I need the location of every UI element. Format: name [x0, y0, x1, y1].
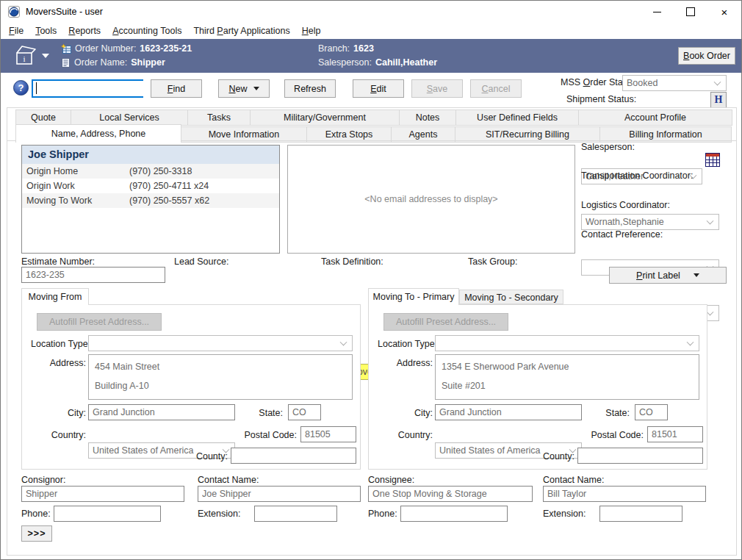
- title-bar: MoversSuite - user ×: [1, 1, 741, 23]
- shipment-status-label: Shipment Status:: [566, 94, 636, 104]
- consignee-label: Consignee:: [368, 475, 414, 485]
- tab-local-services[interactable]: Local Services: [71, 110, 188, 126]
- order-number-label: Order Number:: [75, 42, 136, 56]
- menu-help[interactable]: Help: [296, 23, 327, 39]
- menu-file[interactable]: File: [3, 23, 29, 39]
- moving-to-county-input[interactable]: [577, 448, 703, 464]
- new-button[interactable]: New: [218, 79, 270, 98]
- consignee-input[interactable]: [368, 486, 533, 502]
- consignee-phone-input[interactable]: [400, 506, 508, 522]
- menu-accounting-tools[interactable]: Accounting Tools: [107, 23, 187, 39]
- moving-to-location-type-label: Location Type:: [378, 339, 433, 349]
- minimize-button[interactable]: [640, 1, 674, 23]
- moving-to-postal-input[interactable]: [647, 426, 703, 442]
- phone-number: (970) 250-5557 x62: [129, 193, 209, 208]
- moving-to-address-input[interactable]: 1354 E Sherwood Park Avenue Suite #201: [435, 354, 699, 400]
- tab-user-defined-fields[interactable]: User Defined Fields: [456, 110, 579, 126]
- tab-moving-to-primary[interactable]: Moving To - Primary: [368, 288, 459, 305]
- estimate-number-input[interactable]: [21, 267, 165, 283]
- moving-from-county-input[interactable]: [231, 448, 356, 464]
- moving-to-autofill-button[interactable]: Autofill Preset Address...: [383, 313, 508, 331]
- maximize-button[interactable]: [674, 1, 707, 23]
- transportation-coordinator-label: Transportation Coordinator:: [581, 170, 693, 181]
- expand-details-button[interactable]: >>>: [21, 525, 52, 542]
- app-icon: [8, 6, 20, 18]
- menu-third-party-applications[interactable]: Third Party Applications: [187, 23, 295, 39]
- consignor-contact-name-input[interactable]: [198, 486, 361, 502]
- moving-from-state-input[interactable]: [288, 404, 321, 420]
- consignor-phone-input[interactable]: [54, 506, 161, 522]
- moving-from-postal-label: Postal Code:: [241, 430, 297, 440]
- tab-account-profile[interactable]: Account Profile: [579, 110, 732, 126]
- help-icon[interactable]: ?: [13, 80, 29, 96]
- moving-to-address-label: Address:: [378, 358, 433, 368]
- calendar-icon[interactable]: [705, 153, 720, 167]
- tab-notes[interactable]: Notes: [400, 110, 456, 126]
- moving-from-autofill-button[interactable]: Autofill Preset Address...: [37, 313, 162, 331]
- order-menu-caret-icon[interactable]: [42, 54, 49, 58]
- moving-from-county-label: County:: [191, 451, 228, 462]
- tab-moving-to-secondary[interactable]: Moving To - Secondary: [459, 290, 563, 304]
- consignor-contact-name-label: Contact Name:: [198, 475, 259, 485]
- app-window: MoversSuite - user × File Tools Reports …: [0, 0, 742, 560]
- search-input[interactable]: [33, 81, 157, 96]
- text-cursor: [36, 82, 37, 94]
- tab-quote[interactable]: Quote: [15, 110, 71, 126]
- moving-from-address-input[interactable]: 454 Main Street Building A-10: [88, 354, 353, 400]
- moving-from-city-input[interactable]: [88, 404, 235, 420]
- find-button[interactable]: Find: [151, 79, 202, 98]
- history-button[interactable]: H: [710, 92, 727, 108]
- phone-row[interactable]: Origin Home (970) 250-3318: [22, 164, 279, 179]
- phone-row[interactable]: Moving To Work (970) 250-5557 x62: [22, 193, 279, 208]
- consignor-extension-input[interactable]: [254, 506, 337, 522]
- order-name-value: Shipper: [131, 56, 165, 70]
- search-combobox[interactable]: [32, 79, 143, 98]
- tab-name-address-phone[interactable]: Name, Address, Phone: [15, 124, 181, 143]
- transportation-coordinator-combobox[interactable]: Wornath,Stephanie: [581, 214, 719, 230]
- consignee-contact-name-input[interactable]: [543, 486, 706, 502]
- estimate-number-label: Estimate Number:: [21, 256, 95, 267]
- print-label-button[interactable]: Print Label: [609, 267, 727, 284]
- order-number-icon: [61, 44, 71, 54]
- mss-order-status-combobox[interactable]: Booked: [622, 75, 727, 91]
- svg-text:i: i: [23, 54, 25, 63]
- save-button[interactable]: Save: [411, 79, 463, 98]
- moving-to-city-input[interactable]: [435, 404, 582, 420]
- moving-to-state-label: State:: [597, 408, 630, 418]
- moving-from-postal-input[interactable]: [300, 426, 356, 442]
- moving-to-postal-label: Postal Code:: [588, 430, 644, 440]
- consignee-extension-input[interactable]: [599, 506, 682, 522]
- order-info-icon[interactable]: i: [12, 45, 39, 67]
- cancel-button[interactable]: Cancel: [470, 79, 522, 98]
- print-label-dropdown-icon[interactable]: [694, 273, 699, 277]
- task-group-label: Task Group:: [468, 256, 517, 267]
- phone-type: Origin Work: [22, 179, 129, 193]
- header-salesperson-value: Cahill,Heather: [375, 56, 437, 70]
- contact-name: Joe Shipper: [22, 146, 279, 164]
- edit-button[interactable]: Edit: [353, 79, 404, 98]
- phone-row[interactable]: Origin Work (970) 250-4711 x24: [22, 179, 279, 193]
- consignee-contact-name-label: Contact Name:: [543, 475, 604, 485]
- close-button[interactable]: ×: [707, 1, 741, 23]
- order-name-label: Order Name:: [74, 56, 127, 70]
- refresh-button[interactable]: Refresh: [284, 79, 336, 98]
- menu-reports[interactable]: Reports: [62, 23, 107, 39]
- moving-to-location-type-combobox[interactable]: [435, 335, 699, 351]
- phone-type: Moving To Work: [22, 193, 129, 208]
- task-definition-label: Task Definition:: [321, 256, 383, 267]
- tab-military-government[interactable]: Military/Government: [251, 110, 400, 126]
- contact-phone-list: Joe Shipper Origin Home (970) 250-3318 O…: [21, 145, 280, 254]
- moving-from-address-label: Address:: [31, 358, 86, 368]
- menu-tools[interactable]: Tools: [29, 23, 62, 39]
- moving-from-state-label: State:: [250, 408, 283, 418]
- phone-type: Origin Home: [22, 164, 129, 179]
- new-dropdown-icon[interactable]: [253, 87, 259, 90]
- moving-to-state-input[interactable]: [635, 404, 668, 420]
- tab-moving-from[interactable]: Moving From: [21, 288, 89, 305]
- consignor-input[interactable]: [21, 486, 184, 502]
- consignee-extension-label: Extension:: [543, 509, 586, 519]
- tab-tasks[interactable]: Tasks: [188, 110, 251, 126]
- book-order-button[interactable]: Book Order: [678, 47, 735, 65]
- moving-from-location-type-label: Location Type:: [31, 339, 86, 349]
- moving-from-location-type-combobox[interactable]: [88, 335, 353, 351]
